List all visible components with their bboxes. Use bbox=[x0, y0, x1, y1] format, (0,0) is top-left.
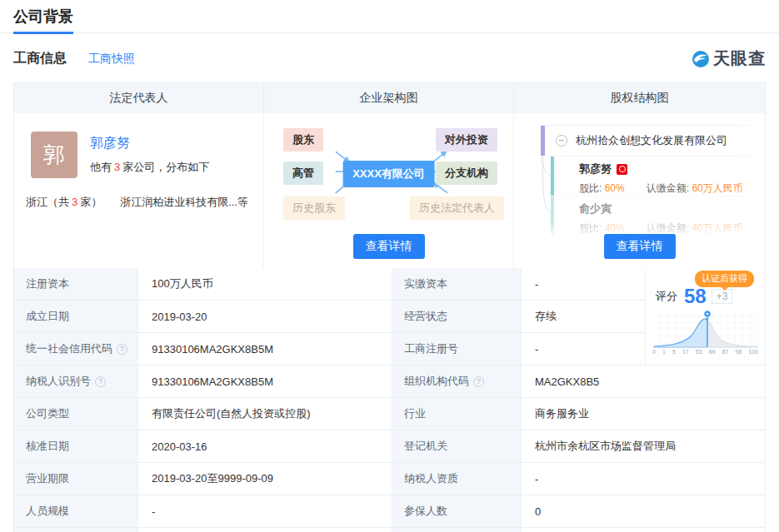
field-label: 核准日期 bbox=[14, 430, 138, 463]
logo-text: 天眼查 bbox=[713, 47, 766, 70]
tabs-row: 工商信息 工商快照 天眼查 bbox=[0, 33, 779, 82]
equity-chart-header: 股权结构图 bbox=[514, 83, 765, 113]
shareholder-color-bar bbox=[551, 157, 554, 196]
controller-badge-icon bbox=[617, 164, 627, 175]
org-chart-header: 企业架构图 bbox=[264, 83, 514, 113]
field-label: 纳税人资质 bbox=[392, 463, 522, 495]
field-value: 杭州市余杭区市场监督管理局 bbox=[522, 430, 765, 463]
field-label: 参保人数 bbox=[392, 495, 522, 528]
org-node-center-company: XXXX有限公司 bbox=[342, 161, 435, 187]
field-label: 成立日期 bbox=[14, 301, 138, 333]
shareholder-name[interactable]: 俞少寅 bbox=[579, 201, 765, 216]
org-node-historical-legal-rep[interactable]: 历史法定代表人 bbox=[410, 196, 504, 220]
field-label: 工商注册号 bbox=[392, 333, 522, 365]
field-value: 91330106MA2GKX8B5M bbox=[138, 365, 392, 398]
company-score-widget: 认证后获得 评分 58 +3 bbox=[645, 268, 765, 365]
equity-root-company[interactable]: 杭州拾众创想文化发展有限公司 bbox=[576, 133, 727, 148]
org-chart-cell: 股东 高管 历史股东 XXXX有限公司 对外投资 分支机构 历史法定代表人 查看… bbox=[264, 113, 514, 268]
field-label: 营业期限 bbox=[14, 463, 138, 495]
region-count: 3 bbox=[69, 196, 80, 208]
tab-business-info[interactable]: 工商信息 bbox=[13, 50, 67, 67]
org-node-branches[interactable]: 分支机构 bbox=[436, 162, 497, 185]
example-company-link[interactable]: 浙江润柏进业科技有限...等 bbox=[120, 196, 248, 208]
score-label: 评分 bbox=[656, 289, 677, 304]
field-label: 经营状态 bbox=[392, 301, 522, 333]
tab-business-snapshot[interactable]: 工商快照 bbox=[88, 52, 135, 67]
shareholder-row: 郭彦努 股比: 60%认缴金额: 60万人民币 bbox=[551, 157, 765, 196]
legal-rep-name-link[interactable]: 郭彦努 bbox=[90, 135, 209, 152]
title-row: 公司背景 bbox=[0, 0, 779, 33]
legal-rep-header: 法定代表人 bbox=[14, 83, 264, 113]
field-value: 100万人民币 bbox=[138, 268, 392, 301]
field-value: MA2GKX8B5 bbox=[522, 365, 765, 398]
company-count: 3 bbox=[112, 161, 122, 173]
field-value: 91330106MA2GKX8B5M bbox=[138, 333, 392, 365]
shareholder-meta: 股比: 60%认缴金额: 60万人民币 bbox=[579, 181, 765, 196]
help-icon[interactable]: ? bbox=[95, 376, 106, 387]
equity-chart-cell: 杭州拾众创想文化发展有限公司 郭彦努 股比: 60%认缴金额: 60万人民币 俞… bbox=[514, 113, 765, 268]
org-chart-view-details-button[interactable]: 查看详情 bbox=[353, 234, 425, 259]
certification-badge: 认证后获得 bbox=[695, 271, 754, 287]
legal-rep-summary: 郭 郭彦努 他有3家公司，分布如下 bbox=[14, 113, 263, 178]
table-row: 人员规模 - 参保人数 0 bbox=[14, 495, 765, 528]
help-icon[interactable]: ? bbox=[117, 344, 127, 355]
table-row: 核准日期 2020-03-16 登记机关 杭州市余杭区市场监督管理局 bbox=[14, 430, 765, 463]
field-label: 注册资本 bbox=[14, 268, 138, 301]
org-node-shareholders[interactable]: 股东 bbox=[283, 128, 323, 152]
legal-rep-info: 郭彦努 他有3家公司，分布如下 bbox=[90, 132, 209, 178]
business-info-panel: 法定代表人 企业架构图 股权结构图 郭 郭彦努 他有3家公司，分布如下 浙江（共… bbox=[13, 82, 766, 532]
org-node-outbound-investment[interactable]: 对外投资 bbox=[436, 128, 497, 152]
field-label: 人员规模 bbox=[14, 495, 138, 528]
field-value: 0 bbox=[522, 495, 765, 528]
org-node-historical-shareholders[interactable]: 历史股东 bbox=[283, 196, 345, 220]
score-value: 58 bbox=[684, 286, 707, 306]
avatar[interactable]: 郭 bbox=[31, 132, 77, 178]
panel-body: 郭 郭彦努 他有3家公司，分布如下 浙江（共3家）浙江润柏进业科技有限...等 bbox=[14, 113, 765, 268]
legal-rep-description: 他有3家公司，分布如下 bbox=[90, 160, 209, 175]
equity-view-details-button[interactable]: 查看详情 bbox=[604, 234, 676, 259]
field-label: 组织机构代码? bbox=[392, 365, 522, 398]
table-row-partial bbox=[14, 528, 765, 532]
page-title: 公司背景 bbox=[13, 7, 73, 34]
legal-rep-cell: 郭 郭彦努 他有3家公司，分布如下 浙江（共3家）浙江润柏进业科技有限...等 bbox=[14, 113, 264, 268]
field-value: 商务服务业 bbox=[522, 398, 765, 430]
panel-header: 法定代表人 企业架构图 股权结构图 bbox=[14, 83, 765, 113]
tianyancha-logo: 天眼查 bbox=[691, 47, 766, 70]
shareholder-row: 俞少寅 股比: 40%认缴金额: 40万人民币 bbox=[551, 196, 765, 235]
score-distribution-chart bbox=[652, 309, 759, 349]
table-row: 公司类型 有限责任公司(自然人投资或控股) 行业 商务服务业 bbox=[14, 398, 765, 430]
field-value: - bbox=[138, 495, 392, 528]
legal-rep-region-line: 浙江（共3家）浙江润柏进业科技有限...等 bbox=[14, 178, 263, 210]
table-row: 营业期限 2019-03-20至9999-09-09 纳税人资质 - bbox=[14, 463, 765, 495]
field-label: 统一社会信用代码? bbox=[14, 333, 138, 365]
field-label: 纳税人识别号? bbox=[14, 365, 138, 398]
field-value: 2019-03-20 bbox=[138, 301, 392, 333]
equity-root-row: 杭州拾众创想文化发展有限公司 bbox=[541, 125, 765, 157]
collapse-icon[interactable] bbox=[556, 135, 567, 147]
tianyancha-eye-icon bbox=[691, 49, 711, 69]
table-row: 纳税人识别号? 91330106MA2GKX8B5M 组织机构代码? MA2GK… bbox=[14, 365, 765, 398]
shareholder-color-bar bbox=[551, 196, 554, 235]
details-table: 注册资本 100万人民币 实缴资本 - 成立日期 2019-03-20 经营状态… bbox=[14, 268, 765, 532]
shareholder-name[interactable]: 郭彦努 bbox=[579, 162, 765, 177]
score-delta-badge: +3 bbox=[712, 289, 733, 304]
field-label: 行业 bbox=[392, 398, 522, 430]
field-value: 有限责任公司(自然人投资或控股) bbox=[138, 398, 392, 430]
field-label: 登记机关 bbox=[392, 430, 522, 463]
score-axis-labels: 0151753698798100 bbox=[652, 349, 758, 355]
field-value: 2019-03-20至9999-09-09 bbox=[138, 463, 392, 495]
field-label: 公司类型 bbox=[14, 398, 138, 430]
field-value: - bbox=[522, 463, 765, 495]
help-icon[interactable]: ? bbox=[473, 376, 484, 387]
field-label: 实缴资本 bbox=[392, 268, 522, 301]
field-value: 2020-03-16 bbox=[138, 430, 392, 463]
company-background-page: 公司背景 工商信息 工商快照 天眼查 法定代表人 企业架构图 股权结构图 郭 bbox=[0, 0, 779, 532]
org-node-executives[interactable]: 高管 bbox=[283, 162, 323, 185]
root-color-bar bbox=[541, 126, 545, 156]
